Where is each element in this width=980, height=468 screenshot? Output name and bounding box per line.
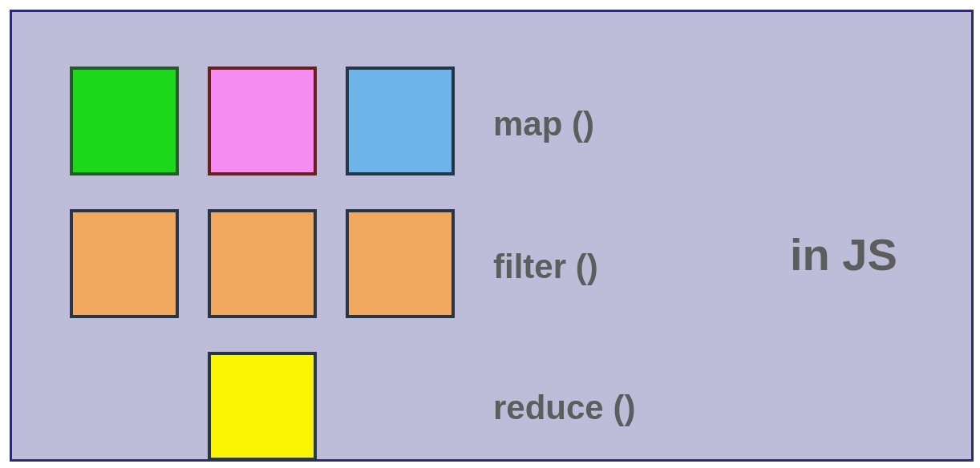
box-green [70,67,179,176]
label-reduce: reduce () [493,389,635,427]
box-blue [346,67,455,176]
box-yellow [208,352,317,461]
label-in-js: in JS [790,228,897,280]
row-map [70,67,455,176]
box-orange [208,209,317,318]
row-filter [70,209,455,318]
box-orange [346,209,455,318]
label-map: map () [493,105,594,143]
label-filter: filter () [493,248,598,286]
box-orange [70,209,179,318]
box-magenta [208,67,317,176]
diagram-container: map () filter () reduce () in JS [10,10,974,462]
row-reduce [208,352,317,461]
